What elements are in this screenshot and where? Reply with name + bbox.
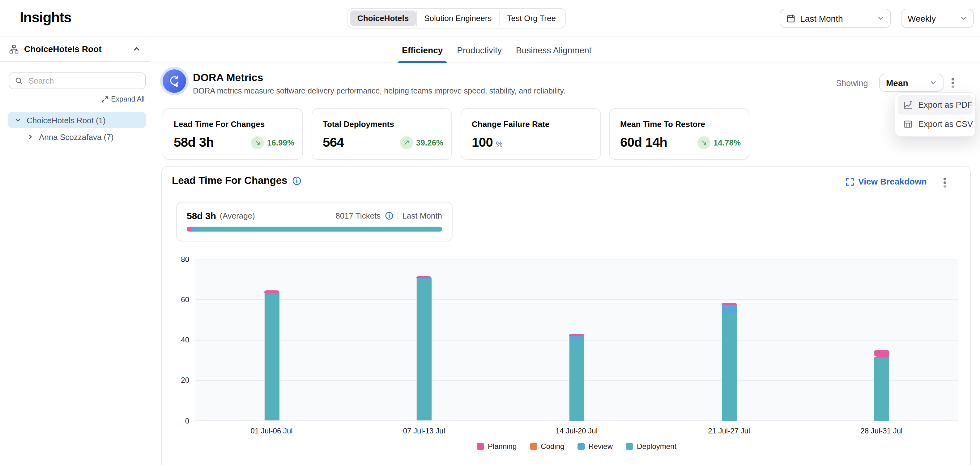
period-label: Last Month [402,211,442,221]
tab-business-alignment[interactable]: Business Alignment [514,37,593,63]
sidebar-search [9,72,146,89]
chart-export-icon [903,100,913,110]
export-csv-menu-item[interactable]: Export as CSV [898,115,972,134]
view-breakdown-button[interactable]: View Breakdown [846,176,927,186]
gridline [196,299,958,300]
legend-item-review[interactable]: Review [577,442,613,451]
info-icon[interactable] [385,212,393,220]
avg-progress-bar [187,227,442,232]
aggregation-select[interactable]: Mean [879,74,943,92]
sidebar: ChoiceHotels Root Expand All ChoiceH [0,37,150,465]
chevron-down-icon [960,15,967,22]
metric-value: 58d 3h [174,135,214,150]
bar-segment-planning[interactable] [264,291,280,293]
topbar: Insights ChoiceHotels Solution Engineers… [0,0,980,37]
bar-group-1[interactable] [264,291,280,421]
expand-diagonal-icon [101,96,108,102]
trend-down-icon: ↘ [251,136,264,149]
showing-label: Showing [836,78,868,88]
trend-badge: ↗ 39.26% [400,136,443,149]
expand-corners-icon [846,177,854,185]
org-tab-test-org-tree[interactable]: Test Org Tree [499,11,563,26]
granularity-select[interactable]: Weekly [901,9,974,28]
tickets-count: 8017 Tickets [336,211,380,221]
search-input[interactable] [27,75,140,86]
bar-segment-review[interactable] [569,336,584,340]
bar-segment-review[interactable] [264,293,280,294]
chevron-down-icon[interactable] [15,117,21,123]
chevron-up-icon[interactable] [133,45,140,53]
sidebar-title: ChoiceHotels Root [24,44,127,54]
legend-item-planning[interactable]: Planning [477,442,517,451]
divider [397,211,398,221]
tab-productivity[interactable]: Productivity [455,37,504,63]
average-label: (Average) [220,211,255,221]
progress-segment-review [191,227,197,232]
metric-unit: % [496,140,503,149]
x-axis-tick: 14 Jul-20 Jul [533,427,620,435]
bar-segment-deployment[interactable] [264,294,280,421]
trend-badge: ↘ 16.99% [251,136,294,149]
info-icon[interactable] [293,176,301,185]
bar-segment-planning[interactable] [569,334,584,336]
chevron-right-icon[interactable] [27,134,33,140]
date-range-value: Last Month [800,13,872,23]
legend-swatch [626,443,633,450]
org-tab-solution-engineers[interactable]: Solution Engineers [416,11,499,26]
bar-segment-deployment[interactable] [569,340,584,421]
org-switcher: ChoiceHotels Solution Engineers Test Org… [347,8,566,29]
y-axis-tick: 20 [167,376,189,385]
y-axis-tick: 60 [167,296,189,304]
trend-up-icon: ↗ [400,136,413,149]
bar-segment-deployment[interactable] [873,358,889,421]
bar-segment-deployment[interactable] [721,314,737,421]
org-tab-choicehotels[interactable]: ChoiceHotels [350,11,416,26]
section-title: Lead Time For Changes [172,174,288,186]
bar-group-5[interactable] [873,350,889,421]
chevron-down-icon [930,79,937,86]
dora-metrics-subtitle: DORA metrics measure software delivery p… [193,87,565,95]
tree-item-choicehotels-root[interactable]: ChoiceHotels Root (1) [8,112,146,128]
tree-item-anna-scozzafava[interactable]: Anna Scozzafava (7) [8,129,146,145]
average-summary-card: 58d 3h (Average) 8017 Tickets Last Month [176,202,453,241]
dora-more-options-button[interactable] [948,76,957,90]
legend-label: Coding [541,442,564,451]
bar-segment-deployment[interactable] [417,279,432,421]
chart-plot [196,259,958,421]
tab-efficiency[interactable]: Efficiency [400,37,445,63]
main-tabs: Efficiency Productivity Business Alignme… [400,37,593,63]
calendar-icon [786,14,795,22]
metric-card-lead-time: Lead Time For Changes 58d 3h ↘ 16.99% [162,109,303,160]
dora-metrics-icon [162,69,186,93]
lead-time-section: Lead Time For Changes View Breakdown 58d… [161,166,971,465]
granularity-value: Weekly [908,13,955,23]
legend-item-coding[interactable]: Coding [530,442,564,451]
metric-value: 60d 14h [620,135,667,150]
date-range-select[interactable]: Last Month [780,9,891,28]
bar-group-2[interactable] [417,276,432,421]
bar-segment-review[interactable] [721,305,737,314]
bar-group-4[interactable] [721,303,737,421]
tree-item-label: Anna Scozzafava (7) [39,132,113,142]
trend-badge: ↘ 14.78% [697,136,741,149]
aggregation-value: Mean [886,78,925,88]
legend-item-deployment[interactable]: Deployment [626,442,676,451]
sidebar-header[interactable]: ChoiceHotels Root [0,37,150,62]
legend-label: Deployment [637,442,676,451]
bar-group-3[interactable] [569,334,584,421]
export-pdf-menu-item[interactable]: Export as PDF [898,95,972,115]
x-axis-tick: 28 Jul-31 Jul [838,427,925,435]
x-axis-tick: 01 Jul-06 Jul [229,427,315,435]
chevron-down-icon [877,15,884,22]
legend-swatch [577,443,585,450]
table-icon [903,120,913,129]
metric-card-total-deployments: Total Deployments 564 ↗ 39.26% [312,109,452,160]
y-axis-tick: 0 [167,416,189,425]
legend-swatch [477,443,484,450]
legend-label: Planning [488,442,517,451]
bar-segment-planning[interactable] [873,350,889,356]
section-more-options-button[interactable] [940,176,949,190]
dora-metrics-title: DORA Metrics [193,72,263,84]
expand-all-button[interactable]: Expand All [101,95,145,103]
page-title: Insights [20,9,72,26]
